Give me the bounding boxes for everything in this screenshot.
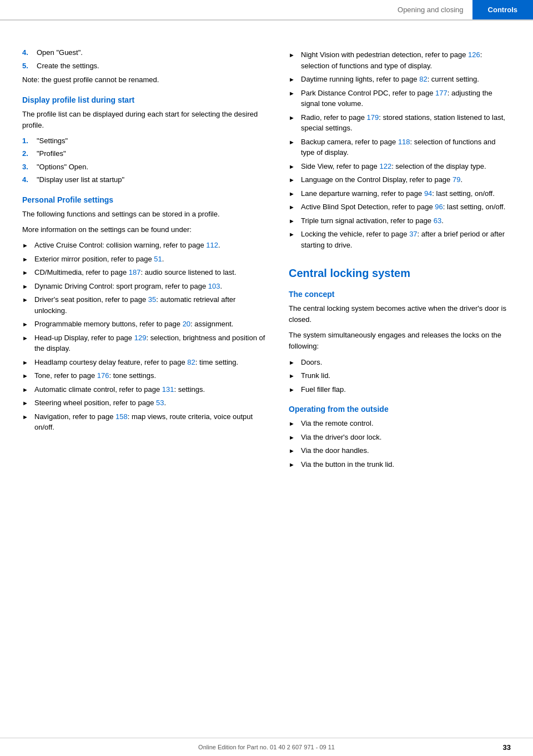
page-link: 187: [129, 268, 141, 276]
bullet-item: ► Radio, refer to page 179: stored stati…: [289, 112, 511, 134]
page-link: 20: [183, 320, 190, 328]
bullet-item: ► Triple turn signal activation, refer t…: [289, 215, 511, 226]
note-text: Note: the guest profile cannot be rename…: [22, 74, 266, 85]
bullet-text: Steering wheel position, refer to page 5…: [34, 397, 266, 409]
bullet-item: ► Side View, refer to page 122: selectio…: [289, 161, 511, 172]
bullet-arrow-icon: ►: [289, 137, 296, 147]
list-item: 1. "Settings": [22, 135, 266, 147]
bullet-item: ► Programmable memory buttons, refer to …: [22, 319, 266, 330]
footer: Online Edition for Part no. 01 40 2 607 …: [0, 738, 533, 756]
section-heading-personal-profile: Personal Profile settings: [22, 195, 266, 204]
bullet-text: Headlamp courtesy delay feature, refer t…: [34, 357, 266, 368]
bullet-text: Night Vision with pedestrian detection, …: [301, 49, 511, 71]
bullet-item: ► Active Cruise Control: collision warni…: [22, 240, 266, 251]
item-num: 4.: [22, 174, 32, 185]
page-link: 35: [148, 295, 156, 304]
section-heading-display-profile: Display profile list during start: [22, 95, 266, 104]
bullet-text: Programmable memory buttons, refer to pa…: [34, 319, 266, 330]
bullet-item: ► Locking the vehicle, refer to page 37:…: [289, 229, 511, 250]
list-item: 2. "Profiles": [22, 148, 266, 159]
list-item: 3. "Options" Open.: [22, 162, 266, 173]
header-divider: [0, 20, 533, 21]
page-link: 129: [134, 334, 147, 342]
personal-profile-bullets: ► Active Cruise Control: collision warni…: [22, 240, 266, 433]
bullet-item: ► Via the remote control.: [289, 418, 511, 429]
page-link: 53: [156, 399, 164, 407]
page-link: 118: [398, 138, 410, 146]
bullet-item: ► Active Blind Spot Detection, refer to …: [289, 201, 511, 213]
bullet-arrow-icon: ►: [289, 445, 296, 456]
concept-body2: The system simultaneously engages and re…: [289, 330, 511, 352]
bullet-item: ► Driver's seat position, refer to page …: [22, 294, 266, 316]
bullet-text: Navigation, refer to page 158: map views…: [34, 411, 266, 433]
bullet-arrow-icon: ►: [22, 411, 30, 422]
right-top-bullets: ► Night Vision with pedestrian detection…: [289, 49, 511, 250]
personal-profile-body1: The following functions and settings can…: [22, 209, 266, 220]
bullet-arrow-icon: ►: [22, 397, 30, 408]
bullet-arrow-icon: ►: [289, 74, 296, 84]
bullet-arrow-icon: ►: [289, 112, 296, 123]
concept-body1: The central locking system becomes activ…: [289, 303, 511, 325]
page-link: 82: [419, 75, 427, 83]
bullet-arrow-icon: ►: [289, 174, 296, 185]
page-link: 179: [367, 113, 379, 122]
bullet-item: ► Via the driver's door lock.: [289, 432, 511, 443]
bullet-text: Via the door handles.: [301, 445, 511, 456]
page-link: 131: [162, 385, 174, 394]
bullet-text: Locking the vehicle, refer to page 37: a…: [301, 229, 511, 250]
item-text: Create the settings.: [37, 61, 99, 72]
bullet-arrow-icon: ►: [289, 459, 296, 470]
item-text: "Settings": [37, 135, 68, 147]
opening-closing-label: Opening and closing: [398, 6, 464, 14]
bullet-text: Daytime running lights, refer to page 82…: [301, 74, 511, 85]
list-item: 4. Open "Guest".: [22, 47, 266, 58]
controls-label: Controls: [488, 6, 517, 14]
bullet-arrow-icon: ►: [289, 201, 296, 212]
page-link: 112: [206, 241, 218, 249]
bullet-text: Radio, refer to page 179: stored station…: [301, 112, 511, 134]
item-num: 2.: [22, 148, 32, 159]
item-num: 4.: [22, 47, 32, 58]
bullet-text: Dynamic Driving Control: sport program, …: [34, 281, 266, 292]
bullet-arrow-icon: ►: [22, 370, 30, 381]
bullet-item: ► Lane departure warning, refer to page …: [289, 188, 511, 199]
page-link: 94: [424, 189, 432, 198]
bullet-item: ► Tone, refer to page 176: tone settings…: [22, 370, 266, 381]
bullet-text: Head-up Display, refer to page 129: sele…: [34, 332, 266, 354]
item-num: 5.: [22, 61, 32, 72]
bullet-text: Via the driver's door lock.: [301, 432, 511, 443]
header-section-controls: Controls: [472, 0, 533, 19]
bullet-arrow-icon: ►: [22, 240, 30, 250]
bullet-text: Language on the Control Display, refer t…: [301, 174, 511, 185]
bullet-text: Backup camera, refer to page 118: select…: [301, 137, 511, 158]
bullet-item: ► Fuel filler flap.: [289, 384, 511, 395]
bullet-arrow-icon: ►: [22, 267, 30, 278]
bullet-text: Fuel filler flap.: [301, 384, 511, 395]
operating-heading: Operating from the outside: [289, 405, 511, 414]
bullet-item: ► Headlamp courtesy delay feature, refer…: [22, 357, 266, 368]
footer-text: Online Edition for Part no. 01 40 2 607 …: [198, 744, 335, 750]
bullet-text: Driver's seat position, refer to page 35…: [34, 294, 266, 316]
bullet-item: ► CD/Multimedia, refer to page 187: audi…: [22, 267, 266, 278]
page-link: 82: [187, 358, 195, 366]
bullet-text: Park Distance Control PDC, refer to page…: [301, 88, 511, 109]
bullet-arrow-icon: ►: [289, 357, 296, 367]
header-bar: Opening and closing Controls: [0, 0, 533, 20]
bullet-item: ► Exterior mirror position, refer to pag…: [22, 254, 266, 265]
display-profile-body: The profile list can be displayed during…: [22, 109, 266, 131]
bullet-arrow-icon: ►: [289, 384, 296, 395]
page-link: 79: [452, 175, 460, 184]
bullet-arrow-icon: ►: [289, 49, 296, 60]
page-link: 51: [154, 255, 162, 263]
page-link: 96: [435, 203, 443, 211]
item-text: "Profiles": [37, 148, 66, 159]
bullet-item: ► Daytime running lights, refer to page …: [289, 74, 511, 85]
bullet-arrow-icon: ►: [22, 281, 30, 291]
bullet-text: Triple turn signal activation, refer to …: [301, 215, 511, 226]
page-link: 37: [409, 230, 417, 238]
bullet-text: Via the remote control.: [301, 418, 511, 429]
bullet-arrow-icon: ►: [289, 88, 296, 98]
concept-heading: The concept: [289, 290, 511, 299]
bullet-item: ► Steering wheel position, refer to page…: [22, 397, 266, 409]
bullet-text: Exterior mirror position, refer to page …: [34, 254, 266, 265]
